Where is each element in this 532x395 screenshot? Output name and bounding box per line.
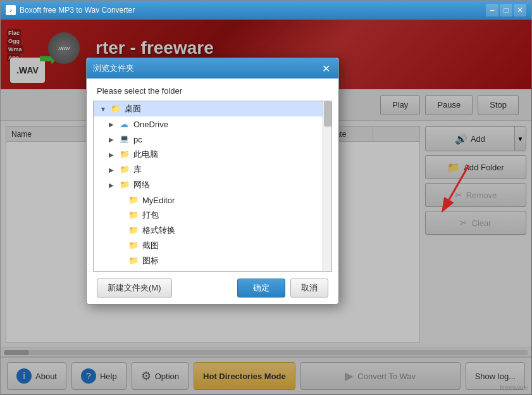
tree-item-label: 截图 [142, 240, 159, 251]
dialog-footer: 新建文件夹(M) 确定 取消 [87, 272, 338, 304]
title-bar: ♪ Boxoft free MP3 to Wav Converter – □ ✕ [1, 1, 531, 20]
tree-item[interactable]: ▶📁此电脑 [94, 147, 331, 162]
tree-expand-arrow[interactable]: ▶ [109, 121, 118, 128]
tree-item-label: 格式转换 [142, 225, 175, 236]
tree-item-icon: 💻 [120, 134, 131, 144]
tree-item-label: 打包 [142, 210, 159, 221]
tree-item[interactable]: 📁图标 [94, 253, 331, 268]
dialog-body: ▼📁桌面▶☁OneDrive▶💻pc▶📁此电脑▶📁库▶📁网络📁MyEditor📁… [87, 101, 338, 272]
tree-item-label: 此电脑 [133, 149, 158, 160]
tree-item-label: 下载吧 [142, 270, 167, 272]
tree-item-icon: 📁 [120, 149, 131, 160]
browse-folder-dialog: 浏览文件夹 ✕ Please select the folder ▼📁桌面▶☁O… [86, 58, 339, 304]
window-controls: – □ ✕ [486, 4, 526, 16]
tree-item-icon: 📁 [128, 195, 140, 205]
tree-item-label: pc [133, 135, 142, 144]
tree-item-icon: 📁 [120, 180, 131, 190]
maximize-button[interactable]: □ [500, 4, 512, 16]
tree-item[interactable]: 📁格式转换 [94, 223, 331, 238]
tree-item-icon: 📁 [120, 165, 131, 175]
tree-expand-arrow[interactable]: ▼ [100, 106, 109, 113]
tree-item[interactable]: ▶📁库 [94, 162, 331, 177]
tree-item[interactable]: 📁打包 [94, 208, 331, 223]
tree-item-label: OneDrive [133, 120, 168, 129]
ok-button[interactable]: 确定 [237, 279, 285, 298]
tree-item-label: 网络 [133, 179, 150, 191]
tree-item[interactable]: 📁下载吧 [94, 268, 331, 272]
tree-item[interactable]: 📁截图 [94, 238, 331, 253]
new-folder-button[interactable]: 新建文件夹(M) [97, 279, 172, 298]
dialog-titlebar: 浏览文件夹 ✕ [87, 58, 338, 78]
tree-item-icon: 📁 [128, 210, 140, 220]
main-window: ♪ Boxoft free MP3 to Wav Converter – □ ✕… [0, 0, 532, 395]
tree-item-icon: 📁 [128, 256, 140, 266]
app-icon: ♪ [6, 5, 16, 15]
dialog-action-buttons: 确定 取消 [237, 279, 328, 298]
tree-expand-arrow[interactable]: ▶ [109, 151, 118, 158]
tree-item[interactable]: ▶💻pc [94, 132, 331, 147]
tree-item-label: MyEditor [142, 196, 175, 205]
window-title: Boxoft free MP3 to Wav Converter [20, 6, 135, 15]
dialog-title: 浏览文件夹 [93, 63, 134, 74]
tree-item[interactable]: ▶📁网络 [94, 177, 331, 192]
tree-scrollbar[interactable] [323, 101, 331, 271]
window-close-button[interactable]: ✕ [514, 4, 526, 16]
tree-item-icon: 📁 [128, 271, 140, 272]
tree-expand-arrow[interactable]: ▶ [109, 166, 118, 173]
tree-item-icon: 📁 [128, 241, 140, 251]
cancel-button[interactable]: 取消 [290, 279, 328, 298]
title-bar-left: ♪ Boxoft free MP3 to Wav Converter [6, 5, 135, 15]
tree-item-label: 库 [133, 164, 142, 175]
tree-scroll-thumb[interactable] [324, 101, 331, 127]
tree-item-icon: ☁ [120, 119, 131, 129]
tree-item-icon: 📁 [128, 225, 140, 235]
dialog-subtitle: Please select the folder [87, 78, 338, 101]
tree-item[interactable]: ▶☁OneDrive [94, 116, 331, 132]
tree-item[interactable]: 📁MyEditor [94, 192, 331, 208]
tree-expand-arrow[interactable]: ▶ [109, 182, 118, 189]
folder-tree[interactable]: ▼📁桌面▶☁OneDrive▶💻pc▶📁此电脑▶📁库▶📁网络📁MyEditor📁… [93, 101, 332, 272]
tree-expand-arrow[interactable]: ▶ [109, 136, 118, 143]
tree-item-label: 图标 [142, 255, 159, 266]
minimize-button[interactable]: – [486, 4, 498, 16]
tree-item-label: 桌面 [125, 103, 141, 115]
tree-item[interactable]: ▼📁桌面 [94, 101, 331, 116]
dialog-close-button[interactable]: ✕ [319, 62, 332, 75]
tree-item-icon: 📁 [111, 104, 122, 114]
